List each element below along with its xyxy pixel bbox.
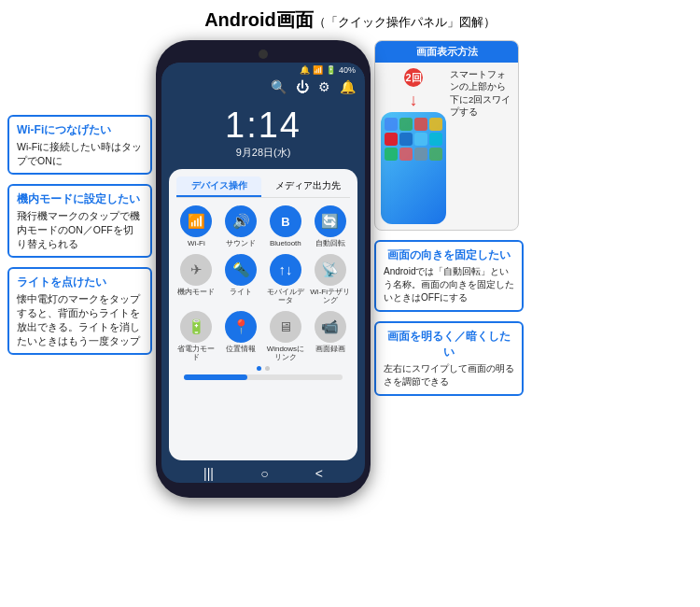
toggle-power-save[interactable]: 🔋 省電力モード <box>176 311 217 362</box>
phone-camera <box>259 49 268 59</box>
thumb-app-google <box>385 118 398 131</box>
wifi-callout-title: Wi-Fiにつなげたい <box>17 122 143 138</box>
location-icon: 📍 <box>225 311 257 343</box>
wifi-callout-body: Wi-Fiに接続したい時はタップでONに <box>17 140 143 167</box>
thumb-app-gmail <box>429 118 442 131</box>
left-callouts: Wi-Fiにつなげたい Wi-Fiに接続したい時はタップでONに 機内モードに設… <box>7 40 152 355</box>
power-save-label: 省電力モード <box>176 345 217 362</box>
toggle-airplane[interactable]: ✈ 機内モード <box>176 254 217 305</box>
sound-icon: 🔊 <box>225 205 257 237</box>
toggle-wifi-tether[interactable]: 📡 Wi-Fiテザリング <box>310 254 350 305</box>
brightness-callout: 画面を明るく／暗くしたい 左右にスワイプして画面の明るさを調節できる <box>374 321 524 396</box>
airplane-callout: 機内モードに設定したい 飛行機マークのタップで機内モードのON／OFFを切り替え… <box>7 184 152 258</box>
toggle-row-2: ✈ 機内モード 🔦 ライト ↑↓ モバイルデータ 📡 <box>176 254 350 305</box>
notification-icon[interactable]: 🔔 <box>340 79 356 94</box>
back-button[interactable]: < <box>315 466 323 481</box>
windows-link-label: Windowsにリンク <box>266 345 306 362</box>
clock-date: 9月28日(水) <box>236 146 291 160</box>
mobile-data-icon: ↑↓ <box>270 254 301 286</box>
power-icon[interactable]: ⏻ <box>296 79 309 94</box>
phone-container: 🔔 📶 🔋 40% 🔍 ⏻ ⚙ 🔔 1:14 9月28日(水) <box>156 40 371 498</box>
brightness-callout-title: 画面を明るく／暗くしたい <box>384 329 514 360</box>
thumb-phone <box>381 112 446 224</box>
status-icons: 🔔 📶 🔋 40% <box>300 65 356 75</box>
thumb-app-camera <box>414 148 427 161</box>
thumb-app-duo <box>429 133 442 146</box>
thumb-content: 2回 ↓ <box>375 63 518 230</box>
brightness-callout-body: 左右にスワイプして画面の明るさを調節できる <box>384 362 514 388</box>
light-callout-title: ライトを点けたい <box>17 275 143 290</box>
orientation-callout: 画面の向きを固定したい Androidでは「自動回転」という名称。画面の向きを固… <box>374 240 524 312</box>
phone-screen: 🔔 📶 🔋 40% 🔍 ⏻ ⚙ 🔔 1:14 9月28日(水) <box>161 63 365 483</box>
toggle-flashlight[interactable]: 🔦 ライト <box>221 254 261 305</box>
power-save-icon: 🔋 <box>180 311 212 343</box>
wifi-tether-label: Wi-Fiテザリング <box>310 288 350 305</box>
panel-tabs: デバイス操作 メディア出力先 <box>176 176 350 198</box>
flashlight-icon: 🔦 <box>225 254 257 286</box>
swipe-arrow-icon: ↓ <box>410 91 418 110</box>
page-header: Android画面（「クイック操作パネル」図解） <box>0 0 700 36</box>
battery-icon: 🔋 <box>326 65 336 75</box>
screen-record-label: 画面録画 <box>315 345 345 354</box>
toggle-screen-record[interactable]: 📹 画面録画 <box>310 311 350 362</box>
location-label: 位置情報 <box>226 345 256 354</box>
home-button[interactable]: ○ <box>260 466 268 481</box>
thumb-app-gtv <box>414 133 427 146</box>
bluetooth-label: Bluetooth <box>270 239 301 248</box>
clock-time: 1:14 <box>225 106 301 146</box>
light-callout-body: 懐中電灯のマークをタップすると、背面からライトを放出できる。ライトを消したいとき… <box>17 292 143 347</box>
search-icon[interactable]: 🔍 <box>271 79 287 94</box>
status-bar: 🔔 📶 🔋 40% <box>161 63 365 78</box>
toggle-location[interactable]: 📍 位置情報 <box>221 311 261 362</box>
airplane-callout-body: 飛行機マークのタップで機内モードのON／OFFを切り替えられる <box>17 209 143 250</box>
toggle-row-1: 📶 Wi-Fi 🔊 サウンド B Bluetooth 🔄 <box>176 205 350 248</box>
bluetooth-status-icon: 🔔 <box>300 65 310 75</box>
airplane-label: 機内モード <box>177 288 215 297</box>
toggle-sound[interactable]: 🔊 サウンド <box>221 205 261 248</box>
toggle-row-3: 🔋 省電力モード 📍 位置情報 🖥 Windowsにリンク 📹 <box>176 311 350 362</box>
flashlight-label: ライト <box>230 288 252 297</box>
thumb-app-spotify <box>385 148 398 161</box>
thumb-title: 画面表示方法 <box>375 41 518 63</box>
mobile-data-label: モバイルデータ <box>266 288 306 305</box>
recent-apps-button[interactable]: ||| <box>203 466 214 481</box>
settings-icon[interactable]: ⚙ <box>318 79 330 94</box>
tab-media-output[interactable]: メディア出力先 <box>265 176 350 197</box>
thumb-description: スマートフォンの上部から下に2回スワイプする <box>450 68 512 118</box>
swipe-count-badge: 2回 <box>404 68 423 87</box>
toggle-autorotate[interactable]: 🔄 自動回転 <box>310 205 350 248</box>
wifi-callout: Wi-Fiにつなげたい Wi-Fiに接続したい時はタップでONに <box>7 115 152 175</box>
quick-panel: デバイス操作 メディア出力先 📶 Wi-Fi 🔊 サウンド <box>169 169 357 460</box>
orientation-callout-body: Androidでは「自動回転」という名称。画面の向きを固定したいときはOFFにす… <box>384 265 514 304</box>
wifi-tether-icon: 📡 <box>315 254 346 286</box>
brightness-fill <box>184 374 247 380</box>
toggle-windows-link[interactable]: 🖥 Windowsにリンク <box>266 311 306 362</box>
right-section: 画面表示方法 2回 ↓ <box>374 40 524 396</box>
top-action-bar: 🔍 ⏻ ⚙ 🔔 <box>161 78 365 98</box>
tab-device-ops[interactable]: デバイス操作 <box>176 176 261 197</box>
home-bar: ||| ○ < <box>161 460 365 483</box>
phone: 🔔 📶 🔋 40% 🔍 ⏻ ⚙ 🔔 1:14 9月28日(水) <box>156 40 371 498</box>
thumb-app-phone <box>429 148 442 161</box>
airplane-icon: ✈ <box>180 254 212 286</box>
bluetooth-icon: B <box>270 205 301 237</box>
thumb-app-photos <box>399 148 413 161</box>
brightness-slider[interactable] <box>184 374 343 380</box>
panel-page-dots <box>176 366 350 371</box>
toggle-bluetooth[interactable]: B Bluetooth <box>266 205 306 248</box>
airplane-callout-title: 機内モードに設定したい <box>17 191 143 207</box>
battery-percent: 40% <box>339 65 356 75</box>
toggle-wifi[interactable]: 📶 Wi-Fi <box>176 205 217 248</box>
signal-icon: 📶 <box>313 65 323 75</box>
orientation-callout-title: 画面の向きを固定したい <box>384 247 514 263</box>
header-title: Android画面 <box>204 9 314 30</box>
toggle-mobile-data[interactable]: ↑↓ モバイルデータ <box>266 254 306 305</box>
thumb-section: 画面表示方法 2回 ↓ <box>374 40 519 231</box>
wifi-label: Wi-Fi <box>188 239 205 248</box>
autorotate-icon: 🔄 <box>315 205 346 237</box>
thumb-app-youtube <box>414 118 427 131</box>
clock-area: 1:14 9月28日(水) <box>161 98 365 169</box>
sound-label: サウンド <box>226 239 256 248</box>
dot-2 <box>265 366 270 371</box>
windows-link-icon: 🖥 <box>270 311 301 343</box>
